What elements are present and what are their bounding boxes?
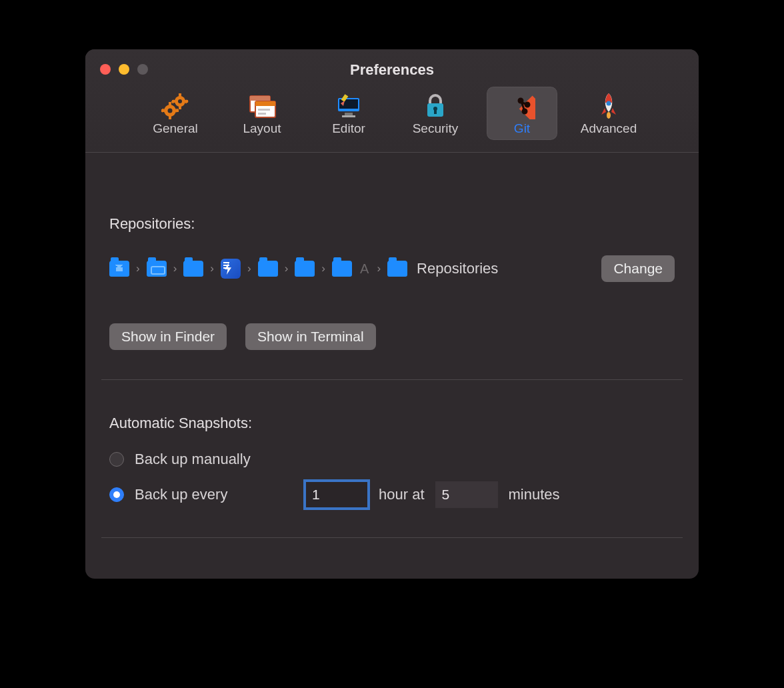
svg-rect-2 bbox=[179, 106, 181, 109]
svg-rect-1 bbox=[179, 93, 181, 97]
radio-backup-every-row[interactable]: Back up every hour at minutes bbox=[109, 481, 675, 508]
backup-hours-input[interactable] bbox=[305, 481, 368, 508]
svg-rect-17 bbox=[250, 96, 270, 101]
windows-icon bbox=[227, 92, 297, 120]
tab-label: Editor bbox=[313, 121, 384, 136]
tab-security[interactable]: Security bbox=[400, 87, 471, 140]
preferences-window: Preferences bbox=[85, 49, 699, 579]
chevron-right-icon: › bbox=[173, 262, 177, 275]
tab-editor[interactable]: Editor bbox=[313, 87, 384, 140]
svg-point-34 bbox=[519, 99, 523, 103]
chevron-right-icon: › bbox=[210, 262, 214, 275]
tab-label: Layout bbox=[227, 121, 297, 136]
minutes-label: minutes bbox=[509, 486, 560, 503]
git-icon bbox=[487, 92, 557, 120]
svg-point-38 bbox=[607, 112, 611, 119]
svg-rect-8 bbox=[169, 102, 171, 105]
app-icon[interactable] bbox=[221, 259, 241, 279]
backup-minutes-input[interactable] bbox=[435, 481, 498, 508]
chevron-right-icon: › bbox=[377, 262, 381, 275]
toolbar-tabs: General Layout bbox=[85, 87, 699, 140]
titlebar: Preferences bbox=[85, 49, 699, 153]
divider bbox=[101, 537, 683, 538]
svg-point-14 bbox=[178, 99, 182, 103]
lock-icon bbox=[400, 92, 471, 120]
chevron-right-icon: › bbox=[285, 262, 289, 275]
show-in-terminal-button[interactable]: Show in Terminal bbox=[245, 323, 376, 350]
folder-icon[interactable] bbox=[332, 261, 352, 277]
folder-icon[interactable] bbox=[295, 261, 315, 277]
tab-general[interactable]: General bbox=[140, 87, 211, 140]
tab-label: General bbox=[140, 121, 211, 136]
chevron-right-icon: › bbox=[136, 262, 140, 275]
svg-rect-24 bbox=[345, 113, 353, 115]
gears-icon bbox=[140, 92, 211, 120]
svg-rect-9 bbox=[169, 116, 171, 119]
svg-point-36 bbox=[523, 109, 527, 113]
divider bbox=[101, 379, 683, 380]
path-leaf-label: Repositories bbox=[417, 260, 498, 277]
radio-backup-every[interactable] bbox=[109, 487, 124, 502]
folder-icon[interactable] bbox=[387, 261, 407, 277]
svg-rect-25 bbox=[342, 115, 355, 117]
radio-label: Back up manually bbox=[135, 451, 251, 468]
snapshots-heading: Automatic Snapshots: bbox=[109, 415, 675, 432]
folder-home-icon[interactable] bbox=[109, 261, 129, 277]
show-in-finder-button[interactable]: Show in Finder bbox=[109, 323, 227, 350]
dimmed-path-segment: A bbox=[360, 261, 369, 277]
svg-rect-20 bbox=[258, 109, 270, 111]
svg-rect-21 bbox=[258, 113, 266, 115]
chevron-right-icon: › bbox=[247, 262, 251, 275]
preferences-body: Repositories: › › › › › › A › Repositori… bbox=[85, 215, 699, 579]
tab-advanced[interactable]: Advanced bbox=[573, 87, 644, 140]
window-title: Preferences bbox=[85, 61, 699, 79]
repositories-heading: Repositories: bbox=[109, 215, 675, 233]
tab-git[interactable]: Git bbox=[487, 87, 557, 140]
hour-at-label: hour at bbox=[379, 486, 425, 503]
svg-point-37 bbox=[607, 101, 611, 106]
svg-point-35 bbox=[525, 103, 529, 107]
radio-label: Back up every bbox=[135, 486, 295, 503]
tab-layout[interactable]: Layout bbox=[227, 87, 297, 140]
monitor-brush-icon bbox=[313, 92, 384, 120]
svg-rect-19 bbox=[255, 101, 275, 106]
svg-rect-30 bbox=[434, 109, 437, 114]
chevron-right-icon: › bbox=[321, 262, 325, 275]
repositories-path: › › › › › › A › Repositories Change bbox=[109, 255, 675, 282]
tab-label: Git bbox=[487, 121, 557, 136]
tab-label: Security bbox=[400, 121, 471, 136]
radio-backup-manual-row[interactable]: Back up manually bbox=[109, 451, 675, 468]
folder-icon[interactable] bbox=[258, 261, 278, 277]
tab-label: Advanced bbox=[573, 121, 644, 136]
radio-backup-manual[interactable] bbox=[109, 452, 124, 467]
svg-point-15 bbox=[168, 109, 173, 113]
change-button[interactable]: Change bbox=[601, 255, 675, 282]
rocket-icon bbox=[573, 92, 644, 120]
folder-icon[interactable] bbox=[147, 261, 167, 277]
folder-icon[interactable] bbox=[183, 261, 203, 277]
